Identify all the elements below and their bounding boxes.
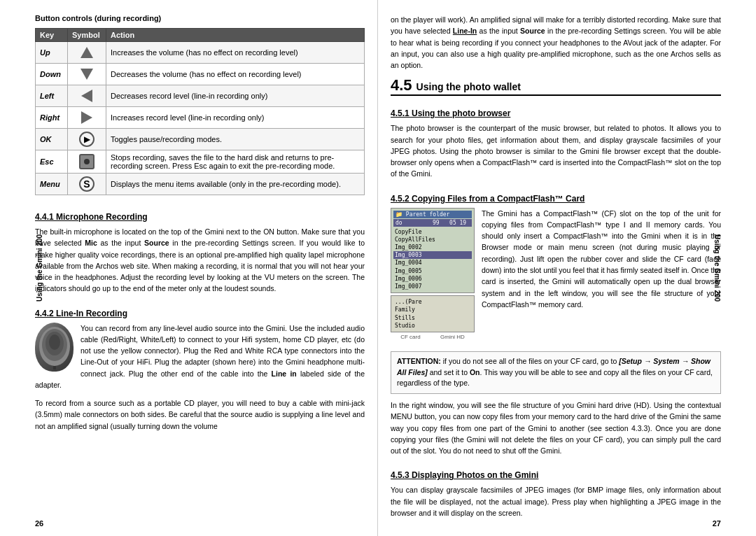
section-451-para: The photo browser is the counterpart of … xyxy=(391,122,721,179)
section-442-content: You can record from any line-level audio… xyxy=(35,323,365,398)
action-cell: Displays the menu items available (only … xyxy=(106,174,365,195)
table-row: MenuSDisplays the menu items available (… xyxy=(36,174,365,195)
table-row: LeftDecreases record level (line-in reco… xyxy=(36,85,365,107)
col-key: Key xyxy=(36,29,68,42)
section-45-header: 4.5 Using the photo wallet xyxy=(391,78,721,96)
cf-left-panel: 📁 Parent folder do 99 05 19 CopyFile Cop… xyxy=(391,208,475,340)
action-cell: Decreases record level (line-in recordin… xyxy=(106,85,365,107)
action-cell: Increases the volume (has no effect on r… xyxy=(106,42,365,64)
action-cell: Decreases the volume (has no effect on r… xyxy=(106,64,365,85)
section-452-title: 4.5.2 Copying Files from a CompactFlash™… xyxy=(391,194,721,204)
svg-point-3 xyxy=(49,334,60,350)
symbol-cell xyxy=(68,85,106,107)
symbol-cell xyxy=(68,64,106,85)
section-453-para: You can display grayscale facsimiles of … xyxy=(391,484,721,519)
left-section-title: Button controls (during recording) xyxy=(35,14,365,22)
table-row: EscStops recording, saves the file to th… xyxy=(36,150,365,174)
cf-labels: CF card Gmini HD xyxy=(391,334,475,340)
key-cell: Menu xyxy=(36,174,68,195)
section-441-para: The built-in microphone is located on th… xyxy=(35,226,365,295)
attention-box: ATTENTION: if you do not see all of the … xyxy=(391,351,721,394)
table-row: DownDecreases the volume (has no effect … xyxy=(36,64,365,85)
key-cell: Down xyxy=(36,64,68,85)
section-453-title: 4.5.3 Displaying Photos on the Gmini xyxy=(391,470,721,480)
line-in-image xyxy=(35,323,74,372)
key-cell: Right xyxy=(36,107,68,129)
section-452-para1: The Gmini has a CompactFlash™ (CF) slot … xyxy=(482,208,721,333)
col-symbol: Symbol xyxy=(68,29,106,42)
cf-gmini-label: Gmini HD xyxy=(440,334,465,340)
left-side-label: Using the Gmini 200 xyxy=(36,234,43,302)
symbol-cell: ▶ xyxy=(68,129,106,150)
symbol-cell xyxy=(68,107,106,129)
page-number-left: 26 xyxy=(35,519,43,528)
table-row: RightIncreases record level (line-in rec… xyxy=(36,107,365,129)
symbol-cell xyxy=(68,150,106,174)
key-cell: Left xyxy=(36,85,68,107)
key-table: Key Symbol Action UpIncreases the volume… xyxy=(35,28,365,195)
cf-card-label: CF card xyxy=(400,334,420,340)
table-row: OK▶Toggles pause/recording modes. xyxy=(36,129,365,150)
action-cell: Toggles pause/recording modes. xyxy=(106,129,365,150)
key-cell: Up xyxy=(36,42,68,64)
section-452-para2: In the right window, you will see the fi… xyxy=(391,400,721,456)
section-451-title: 4.5.1 Using the photo browser xyxy=(391,108,721,118)
page-number-right: 27 xyxy=(713,519,721,528)
section-442-para1: You can record from any line-level audio… xyxy=(35,323,365,391)
cf-section: 📁 Parent folder do 99 05 19 CopyFile Cop… xyxy=(391,208,721,340)
section-442-para2: To record from a source such as a portab… xyxy=(35,397,365,432)
right-top-para: on the player will work). An amplified s… xyxy=(391,14,721,71)
col-action: Action xyxy=(106,29,365,42)
action-cell: Stops recording, saves the file to the h… xyxy=(106,150,365,174)
right-page: Using the Gmini 200 on the player will w… xyxy=(378,0,756,536)
table-row: UpIncreases the volume (has no effect on… xyxy=(36,42,365,64)
section-45-title: Using the photo wallet xyxy=(416,81,521,92)
left-page: Using the Gmini 200 Button controls (dur… xyxy=(0,0,378,536)
symbol-cell xyxy=(68,42,106,64)
action-cell: Increases record level (line-in recordin… xyxy=(106,107,365,129)
symbol-cell: S xyxy=(68,174,106,195)
key-cell: OK xyxy=(36,129,68,150)
right-side-label: Using the Gmini 200 xyxy=(713,234,720,302)
section-442-title: 4.4.2 Line-In Recording xyxy=(35,309,365,318)
section-45-number: 4.5 xyxy=(391,78,412,93)
key-cell: Esc xyxy=(36,150,68,174)
section-441-title: 4.4.1 Microphone Recording xyxy=(35,212,365,222)
